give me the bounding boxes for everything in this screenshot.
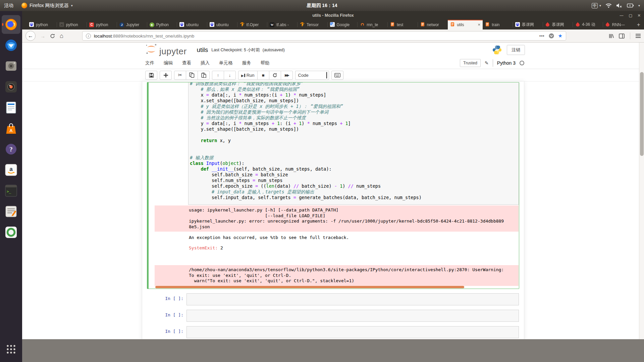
wifi-icon[interactable]	[605, 3, 612, 8]
browser-tab-5[interactable]: ubuntu	[177, 20, 207, 29]
trusted-badge: Trusted	[460, 59, 481, 67]
menu-icon[interactable]	[636, 34, 641, 38]
dock-item-thunderbird[interactable]	[2, 36, 20, 55]
browser-tab-4[interactable]: Python	[147, 20, 177, 29]
browser-tab-3[interactable]: JJupyter	[117, 20, 147, 29]
command-palette-button[interactable]	[331, 71, 343, 80]
browser-tab-2[interactable]: Cpython	[87, 20, 117, 29]
forward-button[interactable]: →	[40, 33, 45, 39]
cut-cell-button[interactable]: ✂	[174, 71, 186, 80]
cell-input[interactable]	[186, 326, 519, 338]
selected-code-cell[interactable]: # 训练数据就类似这样： “我爱我的祖国我爱我的家乡” # 那么，如果 x 是类…	[147, 82, 519, 289]
caret-down-icon[interactable]: ▾	[638, 4, 640, 7]
menu-服务[interactable]: 服务	[242, 60, 251, 66]
browser-tab-8[interactable]: Wtf.abs -	[267, 20, 298, 29]
system-tray[interactable]: 中▾▾	[592, 3, 644, 8]
browser-tab-10[interactable]: 文GGoogle	[328, 20, 358, 29]
menu-插入[interactable]: 插入	[201, 60, 210, 66]
clock[interactable]: 星期四 16：14	[307, 3, 337, 9]
browser-tab-6[interactable]: ubuntu	[207, 20, 237, 29]
url-bar[interactable]: i localhost :8889/notebooks/rnn_test_one…	[82, 31, 566, 41]
empty-code-cell[interactable]: In [ ]:	[147, 310, 519, 322]
dock-item-help[interactable]: ?	[2, 140, 20, 159]
save-button[interactable]	[145, 71, 157, 80]
menu-文件[interactable]: 文件	[145, 60, 154, 66]
run-button[interactable]: ▶Run	[238, 71, 258, 80]
sidebar-icon[interactable]	[619, 34, 625, 39]
menu-帮助[interactable]: 帮助	[261, 60, 270, 66]
menu-单元格[interactable]: 单元格	[219, 60, 233, 66]
browser-tab-12[interactable]: test	[388, 20, 418, 29]
notebook-title[interactable]: utils	[197, 46, 208, 54]
browser-tab-9[interactable]: Tensor	[298, 20, 328, 29]
browser-tab-18[interactable]: 4-36 动	[573, 20, 603, 29]
code-editor[interactable]: # 训练数据就类似这样： “我爱我的祖国我爱我的家乡” # 那么，如果 x 是类…	[188, 82, 519, 205]
terminal-icon: >_	[5, 185, 17, 197]
dock-item-terminal[interactable]: >_	[2, 181, 20, 200]
dock-item-green-ring-app[interactable]	[2, 223, 20, 242]
stop-button[interactable]: ■	[257, 71, 269, 80]
move-up-button[interactable]: ↑	[212, 71, 224, 80]
cell-type-select[interactable]: Code	[295, 71, 329, 80]
dock-item-text-editor[interactable]	[2, 202, 20, 221]
back-button[interactable]: ←	[25, 31, 36, 41]
app-menu[interactable]: Firefox 网络浏览器 ▾	[17, 0, 77, 11]
browser-tab-17[interactable]: 慕课网	[543, 20, 573, 29]
show-applications-button[interactable]	[2, 340, 20, 359]
copy-cell-button[interactable]	[186, 71, 198, 80]
jupyter-logo[interactable]: jupyter	[145, 44, 187, 57]
dock-item-ubuntu-software[interactable]: A	[2, 119, 20, 138]
maximize-button[interactable]: ▢	[629, 13, 632, 18]
paste-cell-button[interactable]	[198, 71, 210, 80]
dock-item-amazon[interactable]: a	[2, 161, 20, 179]
input-method-zh-icon[interactable]: 中▾	[592, 3, 601, 8]
browser-tab-15[interactable]: train	[483, 20, 513, 29]
input-prompt	[149, 82, 188, 205]
menu-查看[interactable]: 查看	[182, 60, 191, 66]
close-button[interactable]: ✕	[638, 13, 641, 18]
restart-kernel-button[interactable]	[269, 71, 281, 80]
new-tab-button[interactable]: +	[633, 20, 644, 29]
minimize-button[interactable]: —	[620, 13, 623, 17]
page-scrollbar[interactable]	[639, 43, 644, 339]
page-actions-icon[interactable]: •••	[539, 34, 545, 38]
cell-input[interactable]	[186, 310, 519, 322]
home-button[interactable]: ⌂	[60, 33, 63, 40]
volume-muted-icon[interactable]	[616, 3, 623, 8]
library-icon[interactable]	[608, 33, 614, 39]
dock-item-rhythmbox[interactable]	[2, 57, 20, 75]
cell-input[interactable]	[186, 293, 519, 305]
code-horizontal-scrollbar[interactable]	[155, 286, 464, 288]
battery-icon[interactable]	[627, 3, 634, 8]
browser-tab-13[interactable]: networ	[418, 20, 448, 29]
tab-label: tf.Oper	[247, 22, 265, 27]
code-line: y.set_shape([batch_size, num_steps])	[190, 126, 517, 132]
activities-button[interactable]: 活动	[0, 0, 17, 11]
edit-pencil-icon[interactable]: ✎	[485, 60, 489, 66]
dock-item-libreoffice-writer[interactable]	[2, 98, 20, 117]
browser-tab-0[interactable]: python	[27, 20, 57, 29]
bookmark-star-icon[interactable]: ★	[558, 33, 562, 39]
empty-code-cell[interactable]: In [ ]:	[147, 293, 519, 305]
add-cell-button[interactable]	[160, 71, 172, 80]
favicon-tf-icon	[240, 22, 245, 27]
scrollbar-thumb[interactable]	[640, 72, 644, 156]
browser-tab-1[interactable]: python	[57, 20, 87, 29]
window-titlebar[interactable]: utils - Mozilla Firefox — ▢ ✕	[22, 11, 644, 20]
tab-close-icon[interactable]: ×	[478, 22, 481, 27]
browser-tab-active-14[interactable]: utils×	[448, 20, 483, 29]
menu-编辑[interactable]: 编辑	[164, 60, 173, 66]
logout-button[interactable]: 注销	[507, 45, 525, 55]
site-info-icon[interactable]: i	[86, 34, 91, 39]
browser-tab-19[interactable]: RNN—	[603, 20, 633, 29]
dock-item-shotwell[interactable]	[2, 77, 20, 96]
empty-code-cell[interactable]: In [ ]:	[147, 326, 519, 338]
reload-button[interactable]	[50, 34, 55, 39]
browser-tab-16[interactable]: 慕课网	[513, 20, 543, 29]
browser-tab-7[interactable]: tf.Oper	[237, 20, 268, 29]
move-down-button[interactable]: ↓	[224, 71, 236, 80]
browser-tab-11[interactable]: rnn_te	[358, 20, 388, 29]
pocket-icon[interactable]	[549, 33, 554, 39]
restart-run-all-button[interactable]: ▶▶	[281, 71, 293, 80]
dock-item-firefox[interactable]	[2, 15, 20, 34]
